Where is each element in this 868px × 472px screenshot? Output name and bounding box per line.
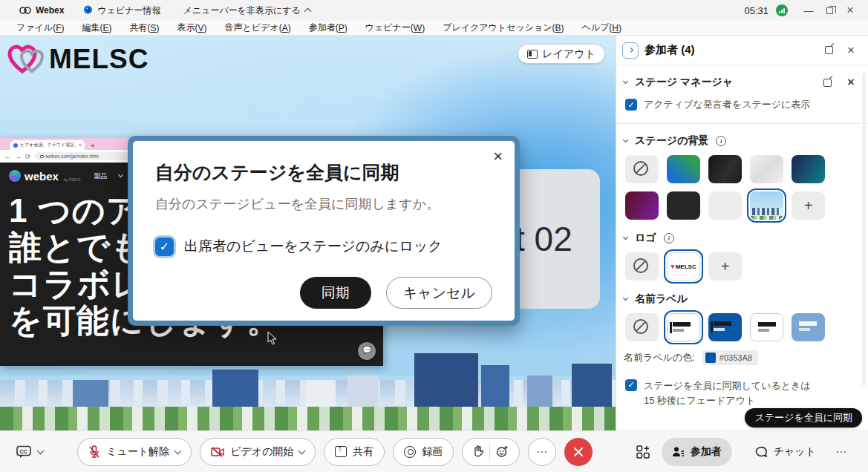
stage-background-header[interactable]: ステージの背景 i <box>616 130 868 152</box>
background-swatch-purple-gradient[interactable] <box>625 191 659 220</box>
svg-text:CC: CC <box>20 448 27 453</box>
menu-item-file[interactable]: ファイル(F) <box>7 21 73 35</box>
divider <box>489 445 490 459</box>
chat-bubble-icon <box>755 446 768 458</box>
panel-expand-button[interactable] <box>622 42 639 59</box>
name-label-style-1-selected[interactable] <box>667 313 700 341</box>
leave-meeting-button[interactable] <box>564 438 593 466</box>
add-background-button[interactable]: + <box>792 191 825 220</box>
lock-view-checkbox-label: 出席者のビューをステージのみにロック <box>184 237 443 256</box>
sync-stage-to-all-button[interactable]: ステージを全員に同期 <box>745 408 862 427</box>
webex-window: Webex ウェビナー情報 メニューバーを非表示にする 05:31 — × ファ… <box>0 0 868 472</box>
logo-swatch-melsc-selected[interactable]: ♥ MELSC <box>667 252 700 281</box>
tab-title: ビデオ会議、クラウド電話、画面共有 <box>20 142 76 148</box>
tab-close-icon[interactable]: × <box>79 142 82 148</box>
active-speaker-checkbox[interactable]: ✓ <box>625 99 637 111</box>
divider <box>616 123 868 124</box>
background-swatch-light[interactable] <box>750 155 783 183</box>
participants-icon <box>672 446 685 458</box>
chat-button[interactable]: チャット <box>748 438 823 466</box>
stage-background-city <box>0 362 616 430</box>
name-label-color-picker[interactable]: #0353A8 <box>702 350 758 365</box>
restore-button[interactable] <box>819 2 840 19</box>
name-label-style-4[interactable] <box>792 313 825 341</box>
background-swatch-green-gradient[interactable] <box>667 155 700 183</box>
participants-toggle-button[interactable]: 参加者 <box>662 438 732 466</box>
titlebar: Webex ウェビナー情報 メニューバーを非表示にする 05:31 — × <box>0 0 868 21</box>
connection-quality-icon[interactable] <box>776 4 788 16</box>
reactions-button[interactable] <box>462 438 520 466</box>
logo-header[interactable]: ロゴ i <box>616 227 868 249</box>
start-video-button[interactable]: ビデオの開始 <box>200 438 316 466</box>
unmute-button[interactable]: ミュート解除 <box>77 438 192 466</box>
stage-manager-header[interactable]: ステージ マネージャ × <box>616 71 868 94</box>
background-swatch-city-selected[interactable] <box>750 191 783 220</box>
background-swatch-black[interactable] <box>667 191 700 220</box>
panel-title: 参加者 (4) <box>645 43 815 57</box>
active-speaker-checkbox-row[interactable]: ✓ アクティブな発言者をステージに表示 <box>616 94 868 117</box>
name-label-style-3[interactable] <box>750 313 783 341</box>
color-swatch-icon <box>705 353 716 363</box>
back-icon[interactable]: ← <box>4 153 11 160</box>
menu-item-breakout[interactable]: ブレイクアウトセッション(B) <box>434 21 572 35</box>
no-logo-icon <box>633 258 648 273</box>
melsc-heart-icon <box>7 42 46 77</box>
reload-icon[interactable]: ⟳ <box>25 153 31 160</box>
closed-captions-button[interactable]: CC <box>16 445 43 459</box>
name-label-swatches <box>616 310 868 343</box>
forward-icon[interactable]: → <box>15 153 22 160</box>
record-button[interactable]: 録画 <box>393 438 454 466</box>
background-swatch-teal-gradient[interactable] <box>792 155 825 183</box>
name-label-header[interactable]: 名前ラベル <box>616 288 868 310</box>
chevron-up-icon <box>304 8 311 16</box>
menu-item-webinar[interactable]: ウェビナー(W) <box>356 21 434 35</box>
menu-item-view[interactable]: 表示(V) <box>169 21 216 35</box>
cancel-button[interactable]: キャンセル <box>386 277 492 309</box>
name-label-style-2[interactable] <box>708 313 742 341</box>
favicon <box>13 143 18 148</box>
background-swatch-none[interactable] <box>625 155 659 183</box>
more-panels-button[interactable]: ⋯ <box>831 445 852 459</box>
site-chat-widget[interactable] <box>358 342 376 360</box>
background-swatch-gray[interactable] <box>708 191 742 220</box>
menubar: ファイル(F) 編集(E) 共有(S) 表示(V) 音声とビデオ(A) 参加者(… <box>0 21 868 36</box>
menu-item-audio-video[interactable]: 音声とビデオ(A) <box>216 21 300 35</box>
webex-logo-icon <box>19 6 31 15</box>
menu-item-participants[interactable]: 参加者(P) <box>300 21 356 35</box>
dialog-close-icon[interactable]: × <box>493 148 503 165</box>
new-tab-button[interactable]: + <box>91 142 95 150</box>
panel-scrollbar[interactable] <box>862 73 866 386</box>
webinar-info-button[interactable]: ウェビナー情報 <box>83 4 160 17</box>
more-options-button[interactable]: ⋯ <box>528 438 556 466</box>
melsc-logo: MELSC <box>7 42 149 77</box>
info-icon[interactable]: i <box>664 233 674 243</box>
menu-item-help[interactable]: ヘルプ(H) <box>573 21 631 35</box>
info-icon[interactable]: i <box>716 136 726 146</box>
name-label-color-value: #0353A8 <box>719 353 752 362</box>
panel-popout-button[interactable] <box>820 42 837 59</box>
apps-button[interactable] <box>632 444 654 460</box>
name-label-swatch-none[interactable] <box>625 313 659 341</box>
panel-header: 参加者 (4) × <box>616 36 868 65</box>
sync-button[interactable]: 同期 <box>300 277 371 309</box>
chat-label: チャット <box>774 445 816 459</box>
add-logo-button[interactable]: + <box>708 252 742 281</box>
minimize-button[interactable]: — <box>798 2 819 19</box>
layout-button[interactable]: レイアウト <box>518 44 605 64</box>
site-nav-products[interactable]: 製品 <box>94 171 107 181</box>
melsc-heart-icon: ♥ <box>670 263 674 270</box>
menu-item-share[interactable]: 共有(S) <box>120 21 168 35</box>
lock-view-checkbox[interactable]: ✓ <box>155 237 174 256</box>
panel-close-button[interactable]: × <box>843 42 859 59</box>
hide-menubar-button[interactable]: メニューバーを非表示にする <box>183 4 310 17</box>
menu-item-edit[interactable]: 編集(E) <box>73 21 120 35</box>
share-button[interactable]: 共有 <box>324 438 385 466</box>
logo-swatch-none[interactable] <box>625 252 659 281</box>
name-label-color-label: 名前ラベルの色: <box>624 351 695 364</box>
stage-manager-close-button[interactable]: × <box>843 74 859 91</box>
background-swatch-dark[interactable] <box>708 155 742 183</box>
close-window-button[interactable]: × <box>840 2 861 19</box>
stage-manager-popout-button[interactable] <box>819 74 835 91</box>
fade-checkbox[interactable]: ✓ <box>625 379 637 391</box>
browser-tab[interactable]: ビデオ会議、クラウド電話、画面共有 × <box>10 140 85 150</box>
